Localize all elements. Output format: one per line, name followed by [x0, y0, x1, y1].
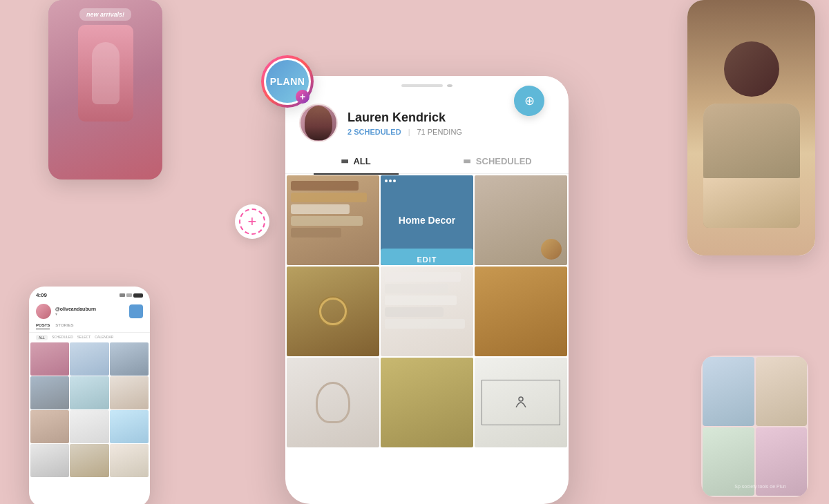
grid-cell-white-clothes [381, 266, 473, 356]
tab-flag-icon-2 [464, 159, 470, 165]
stat-divider: | [408, 128, 410, 136]
notch-pill-long [401, 84, 443, 87]
plann-logo[interactable]: PLANN + [261, 55, 314, 108]
notch-pills [401, 84, 452, 87]
person-silhouette [92, 42, 120, 104]
dropdown-icon: ▾ [55, 311, 96, 316]
add-button[interactable]: + [235, 204, 269, 239]
tab-stories[interactable]: STORIES [55, 323, 73, 329]
avatar-main [299, 104, 338, 142]
tab-scheduled[interactable]: SCHEDULED [427, 149, 569, 173]
tab-flag-icon [341, 159, 348, 165]
grid-item [30, 342, 69, 376]
grid-cell-home-decor: Home Decor EDIT [381, 175, 473, 265]
battery-icon [133, 293, 143, 298]
status-icons [120, 293, 143, 298]
add-icon: + [248, 213, 257, 231]
profile-name-main: Lauren Kendrick [347, 110, 462, 125]
tab-all-label: ALL [353, 156, 370, 166]
home-decor-label: Home Decor [399, 215, 455, 226]
girl-image [78, 25, 133, 122]
blue-square-icon [129, 304, 143, 318]
grid-cell-sketch [475, 358, 567, 447]
grid-item [110, 376, 149, 409]
grid-item [30, 410, 69, 443]
grid-cell-knit [475, 266, 567, 356]
avatar-small [36, 304, 51, 319]
grid-item [110, 342, 149, 376]
edit-button[interactable]: EDIT [381, 249, 473, 265]
grid-cell-mirror [287, 358, 379, 447]
grid-cell-jewelry [287, 266, 379, 356]
tabs: ALL SCHEDULED [285, 149, 569, 174]
zoom-icon: ⊕ [524, 93, 535, 108]
grid-item [70, 342, 108, 376]
plann-plus-icon: + [296, 90, 309, 104]
phone-center: Lauren Kendrick 2 SCHEDULED | 71 PENDING… [285, 76, 569, 504]
subtab-scheduled[interactable]: SCHEDULED [52, 335, 73, 340]
grid-item [110, 444, 149, 477]
plann-logo-ring: PLANN + [261, 55, 314, 108]
phone-left-background: new arrivals! [48, 0, 162, 180]
phone-time: 4:09 [36, 292, 47, 298]
profile-info: Lauren Kendrick 2 SCHEDULED | 71 PENDING [347, 110, 462, 136]
dot-2 [389, 180, 392, 182]
grid-item [70, 444, 108, 477]
subtab-calendar[interactable]: CALENDAR [95, 335, 113, 340]
tab-posts[interactable]: POSTS [36, 323, 50, 329]
phone-left-header: 4:09 [29, 287, 150, 301]
dot-1 [385, 180, 388, 182]
white-clothes-decoration [381, 266, 473, 356]
grid-item [70, 410, 108, 443]
grid-item [70, 376, 108, 409]
profile-stats: 2 SCHEDULED | 71 PENDING [347, 128, 462, 136]
add-button-inner: + [239, 209, 265, 235]
grid-cell-rings [381, 358, 473, 447]
photo-grid-small [29, 342, 150, 477]
rb-cell-2 [756, 357, 808, 426]
phone-right-bottom-inner [701, 356, 808, 497]
grid-item [30, 376, 69, 409]
svg-point-0 [519, 397, 523, 401]
new-arrivals-banner: new arrivals! [79, 8, 131, 21]
grid-item [30, 444, 69, 477]
phone-left-profile: @oliveandauburn ▾ [29, 301, 150, 322]
photo-grid-center: Home Decor EDIT [285, 174, 569, 449]
tab-all[interactable]: ALL [285, 149, 427, 173]
avatar-face [305, 106, 332, 140]
subtab-all[interactable]: ALL [36, 335, 48, 340]
tab-scheduled-label: SCHEDULED [476, 156, 532, 166]
phone-right-top [687, 0, 815, 255]
phone-left-subtabs: ALL SCHEDULED SELECT CALENDAR [29, 333, 150, 342]
signal-icon [120, 293, 125, 297]
scheduled-count: 2 SCHEDULED [347, 128, 401, 136]
phone-left-grid: 4:09 @oliveandauburn ▾ POSTS STORIES ALL… [29, 287, 150, 504]
grid-cell-fabric [475, 175, 567, 265]
rb-cell-1 [703, 357, 754, 426]
clothes-decoration [287, 175, 379, 265]
dot-3 [393, 180, 396, 182]
wifi-icon [126, 293, 132, 297]
notch-pill-dot [447, 84, 452, 87]
phone-right-top-inner [687, 0, 815, 255]
grid-cell-clothes [287, 175, 379, 265]
subtab-select[interactable]: SELECT [77, 335, 90, 340]
dots-menu [385, 180, 396, 182]
phone-right-bottom: Sp society tools de Plun [701, 356, 808, 497]
zoom-button[interactable]: ⊕ [514, 86, 544, 116]
phone-left-tabs: POSTS STORIES [29, 322, 150, 333]
pending-count: 71 PENDING [417, 128, 461, 136]
grid-item [110, 410, 149, 443]
society-tag: Sp society tools de Plun [734, 484, 786, 489]
profile-name-small: @oliveandauburn [55, 307, 96, 311]
